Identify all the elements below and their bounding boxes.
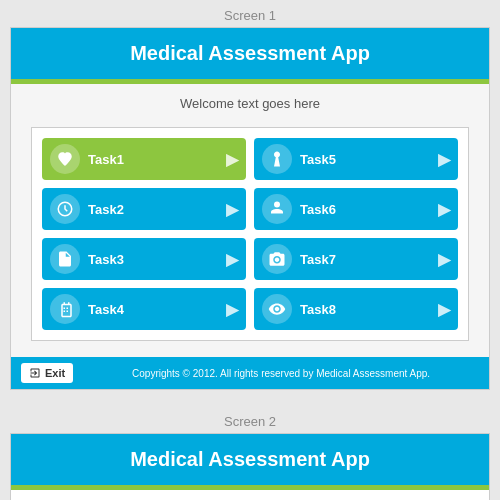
exit-icon: [29, 367, 41, 379]
task-grid-wrapper: Task1 ▶ Task5 ▶ Task2 ▶: [31, 127, 469, 341]
exit-label: Exit: [45, 367, 65, 379]
screen1-footer: Exit Copyrights © 2012. All rights reser…: [11, 357, 489, 389]
screen1-header: Medical Assessment App: [11, 28, 489, 79]
task8-icon: [262, 294, 292, 324]
task4-arrow: ▶: [226, 300, 238, 319]
task8-arrow: ▶: [438, 300, 450, 319]
task4-button[interactable]: Task4 ▶: [42, 288, 246, 330]
task7-label: Task7: [300, 252, 430, 267]
task4-icon: [50, 294, 80, 324]
task8-label: Task8: [300, 302, 430, 317]
screen2-header: Medical Assessment App: [11, 434, 489, 485]
task2-arrow: ▶: [226, 200, 238, 219]
footer-copyright: Copyrights © 2012. All rights reserved b…: [83, 368, 479, 379]
task1-label: Task1: [88, 152, 218, 167]
screen2-body: Task 1 Wizard Title: [11, 490, 489, 500]
task7-button[interactable]: Task7 ▶: [254, 238, 458, 280]
task-grid: Task1 ▶ Task5 ▶ Task2 ▶: [42, 138, 458, 330]
task6-arrow: ▶: [438, 200, 450, 219]
screen1-container: Medical Assessment App Welcome text goes…: [10, 27, 490, 390]
task1-arrow: ▶: [226, 150, 238, 169]
task6-label: Task6: [300, 202, 430, 217]
screen2-label: Screen 2: [0, 406, 500, 433]
task3-icon: [50, 244, 80, 274]
welcome-text: Welcome text goes here: [11, 84, 489, 119]
screen2-container: Medical Assessment App Task 1 Wizard Tit…: [10, 433, 490, 500]
task6-button[interactable]: Task6 ▶: [254, 188, 458, 230]
task2-label: Task2: [88, 202, 218, 217]
task3-label: Task3: [88, 252, 218, 267]
task5-label: Task5: [300, 152, 430, 167]
task5-arrow: ▶: [438, 150, 450, 169]
task2-icon: [50, 194, 80, 224]
task5-button[interactable]: Task5 ▶: [254, 138, 458, 180]
task8-button[interactable]: Task8 ▶: [254, 288, 458, 330]
task5-icon: [262, 144, 292, 174]
task1-icon: [50, 144, 80, 174]
task1-button[interactable]: Task1 ▶: [42, 138, 246, 180]
task4-label: Task4: [88, 302, 218, 317]
screen1-label: Screen 1: [0, 0, 500, 27]
exit-button[interactable]: Exit: [21, 363, 73, 383]
task7-arrow: ▶: [438, 250, 450, 269]
task3-arrow: ▶: [226, 250, 238, 269]
task2-button[interactable]: Task2 ▶: [42, 188, 246, 230]
task3-button[interactable]: Task3 ▶: [42, 238, 246, 280]
task6-icon: [262, 194, 292, 224]
screen2-task-header: Task 1 Wizard Title: [11, 490, 489, 500]
task7-icon: [262, 244, 292, 274]
